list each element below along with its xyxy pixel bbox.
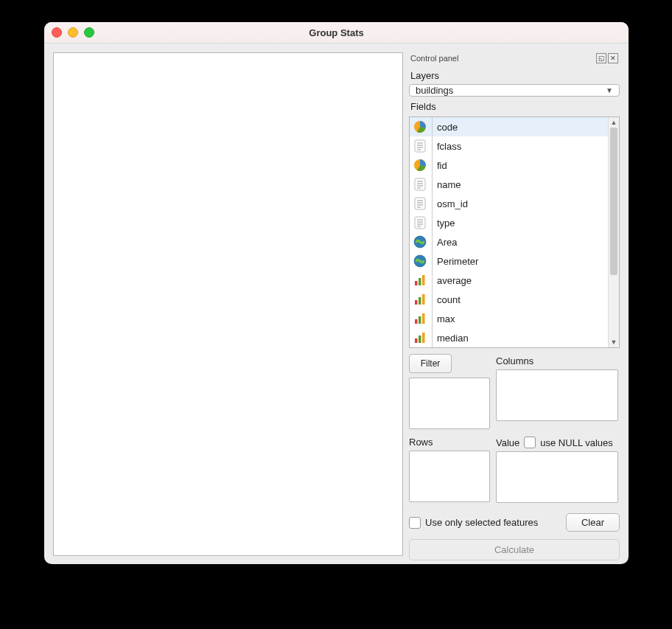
field-row[interactable]: count xyxy=(410,290,619,309)
scroll-thumb[interactable] xyxy=(610,128,617,275)
field-label: max xyxy=(432,309,619,328)
field-label: count xyxy=(432,290,619,309)
columns-label: Columns xyxy=(496,355,620,366)
svg-rect-37 xyxy=(422,333,425,343)
field-row[interactable]: fid xyxy=(410,156,619,175)
bars-icon xyxy=(413,330,427,345)
results-canvas xyxy=(53,52,403,556)
field-label: average xyxy=(432,271,619,290)
layers-label: Layers xyxy=(410,70,618,81)
svg-rect-31 xyxy=(422,294,425,305)
fields-list[interactable]: codefclassfidnameosm_idtypeAreaPerimeter… xyxy=(410,117,619,347)
columns-dropbox[interactable] xyxy=(496,369,618,421)
use-null-label: use NULL values xyxy=(540,437,613,448)
field-label: name xyxy=(432,175,619,194)
window-title: Group Stats xyxy=(44,27,629,38)
control-panel-title: Control panel xyxy=(410,54,458,63)
field-row[interactable]: average xyxy=(410,271,619,290)
pie-icon xyxy=(413,119,427,134)
layers-combo-value: buildings xyxy=(416,85,453,96)
calculate-button-label: Calculate xyxy=(494,544,534,555)
use-only-selected-label: Use only selected features xyxy=(425,517,538,528)
titlebar: Group Stats xyxy=(44,22,629,44)
calculate-button[interactable]: Calculate xyxy=(409,539,620,560)
svg-rect-29 xyxy=(415,300,418,305)
value-dropbox[interactable] xyxy=(496,451,618,503)
layers-combo[interactable]: buildings ▼ xyxy=(409,84,620,97)
close-window-button[interactable] xyxy=(52,27,62,38)
field-row[interactable]: code xyxy=(410,117,619,136)
text-icon xyxy=(413,196,427,211)
field-label: type xyxy=(432,213,619,232)
minimize-window-button[interactable] xyxy=(68,27,78,38)
svg-rect-32 xyxy=(415,319,418,324)
svg-rect-30 xyxy=(419,297,421,305)
app-window: Group Stats Control panel ◱ ✕ Layers bui… xyxy=(44,22,629,564)
fields-scrollbar[interactable]: ▲ ▼ xyxy=(608,117,619,347)
field-row[interactable]: Area xyxy=(410,232,619,251)
field-label: osm_id xyxy=(432,194,619,213)
text-icon xyxy=(413,215,427,230)
use-only-selected-checkbox[interactable] xyxy=(409,517,421,529)
field-row[interactable]: osm_id xyxy=(410,194,619,213)
control-panel: Control panel ◱ ✕ Layers buildings ▼ Fie… xyxy=(409,52,620,556)
clear-button[interactable]: Clear xyxy=(566,513,620,532)
window-controls xyxy=(52,27,94,38)
use-null-checkbox[interactable] xyxy=(524,437,536,448)
field-row[interactable]: max xyxy=(410,309,619,328)
clear-button-label: Clear xyxy=(581,517,604,528)
svg-rect-27 xyxy=(419,278,421,285)
svg-rect-36 xyxy=(419,336,421,343)
filter-button[interactable]: Filter xyxy=(409,354,452,373)
filter-dropbox[interactable] xyxy=(409,378,490,429)
filter-button-label: Filter xyxy=(421,358,441,369)
field-row[interactable]: Perimeter xyxy=(410,251,619,271)
svg-rect-26 xyxy=(415,281,418,285)
bars-icon xyxy=(413,273,427,288)
field-label: Area xyxy=(432,232,619,251)
field-label: fclass xyxy=(432,136,619,156)
pie-icon xyxy=(413,158,427,173)
field-label: median xyxy=(432,328,619,347)
rows-dropbox[interactable] xyxy=(409,451,490,502)
window-body: Control panel ◱ ✕ Layers buildings ▼ Fie… xyxy=(44,44,629,564)
svg-rect-35 xyxy=(415,338,418,343)
field-row[interactable]: fclass xyxy=(410,136,619,156)
chevron-down-icon: ▼ xyxy=(606,86,613,94)
control-panel-header: Control panel ◱ ✕ xyxy=(409,52,620,66)
svg-rect-33 xyxy=(419,316,421,324)
field-label: code xyxy=(432,117,619,136)
fields-label: Fields xyxy=(410,101,618,112)
zoom-window-button[interactable] xyxy=(84,27,94,38)
fields-list-box: codefclassfidnameosm_idtypeAreaPerimeter… xyxy=(409,117,620,348)
bars-icon xyxy=(413,311,427,326)
globe-icon xyxy=(413,254,427,268)
field-row[interactable]: type xyxy=(410,213,619,232)
text-icon xyxy=(413,139,427,153)
rows-label: Rows xyxy=(409,437,489,448)
field-label: fid xyxy=(432,156,619,175)
svg-rect-28 xyxy=(422,275,425,285)
field-row[interactable]: median xyxy=(410,328,619,347)
close-panel-icon[interactable]: ✕ xyxy=(608,53,618,63)
text-icon xyxy=(413,177,427,192)
scroll-down-icon[interactable]: ▼ xyxy=(609,337,619,347)
bars-icon xyxy=(413,292,427,307)
globe-icon xyxy=(413,234,427,249)
field-row[interactable]: name xyxy=(410,175,619,194)
svg-rect-34 xyxy=(422,313,425,324)
scroll-up-icon[interactable]: ▲ xyxy=(609,117,619,128)
field-label: Perimeter xyxy=(432,251,619,271)
undock-panel-icon[interactable]: ◱ xyxy=(596,53,606,63)
value-label: Value xyxy=(496,437,519,448)
